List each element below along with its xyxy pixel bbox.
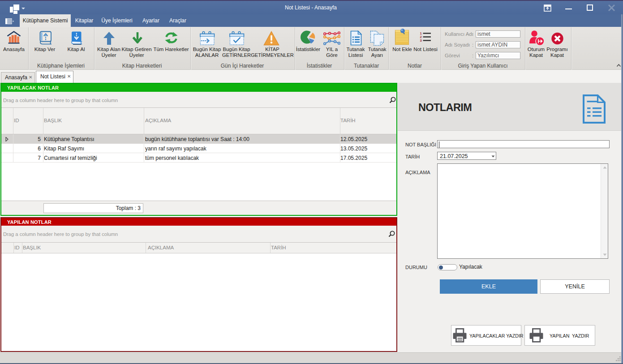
svg-text:3: 3 (420, 39, 422, 43)
